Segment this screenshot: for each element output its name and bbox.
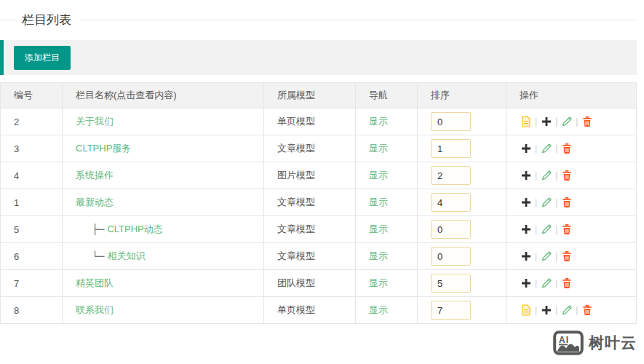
view-content-icon[interactable] [520, 304, 532, 317]
op-separator: | [535, 170, 537, 181]
nav-visibility-toggle[interactable]: 显示 [369, 116, 388, 127]
delete-icon[interactable] [581, 304, 593, 317]
operations: | | | [520, 197, 630, 209]
sort-input[interactable] [431, 166, 471, 185]
delete-icon[interactable] [560, 223, 573, 236]
row-nav-cell: 显示 [356, 162, 418, 189]
add-child-icon[interactable] [540, 116, 552, 128]
op-separator: | [555, 143, 557, 154]
add-column-button[interactable]: 添加栏目 [14, 46, 71, 70]
row-sort-cell [418, 189, 506, 216]
leaf-cloud-logo-icon: AI [553, 329, 584, 357]
edit-icon[interactable] [560, 116, 573, 128]
op-separator: | [535, 224, 537, 234]
operations: | | | [520, 170, 630, 182]
nav-visibility-toggle[interactable]: 显示 [369, 223, 388, 234]
row-name-cell: 关于我们 [63, 108, 264, 135]
delete-icon[interactable] [560, 143, 573, 155]
edit-icon[interactable] [540, 143, 552, 155]
sort-input[interactable] [431, 247, 471, 266]
table-row: 8 联系我们 单页模型 显示 | | [1, 297, 637, 324]
logo-ai-text: AI [559, 335, 569, 345]
row-ops-cell: | | | [506, 162, 637, 189]
delete-icon[interactable] [560, 197, 573, 209]
delete-icon[interactable] [560, 170, 573, 182]
view-content-icon[interactable] [520, 116, 532, 128]
op-separator: | [576, 305, 578, 315]
row-sort-cell [418, 216, 506, 243]
column-table: 编号 栏目名称(点击查看内容) 所属模型 导航 排序 操作 2 关于我们 单页模… [0, 82, 637, 324]
delete-icon[interactable] [560, 250, 573, 263]
sort-input[interactable] [431, 193, 471, 212]
nav-visibility-toggle[interactable]: 显示 [369, 143, 388, 154]
op-separator: | [535, 278, 537, 288]
delete-icon[interactable] [581, 116, 593, 128]
row-nav-cell: 显示 [356, 108, 418, 135]
nav-visibility-toggle[interactable]: 显示 [369, 250, 388, 261]
row-nav-cell: 显示 [356, 243, 418, 270]
row-ops-cell: | | | [506, 135, 637, 162]
row-model: 文章模型 [264, 189, 356, 216]
page-title: 栏目列表 [15, 12, 79, 28]
header-name: 栏目名称(点击查看内容) [63, 83, 264, 108]
column-name-link[interactable]: CLTPHP服务 [76, 143, 131, 154]
row-model: 单页模型 [264, 108, 356, 135]
table-row: 6 └─相关知识 文章模型 显示 | | [1, 243, 637, 270]
op-separator: | [555, 197, 557, 207]
header-sort: 排序 [418, 83, 506, 108]
row-model: 文章模型 [264, 243, 356, 270]
row-ops-cell: | | | [506, 189, 637, 216]
add-child-icon[interactable] [520, 197, 532, 209]
row-ops-cell: | | | [506, 297, 637, 324]
sort-input[interactable] [431, 220, 471, 239]
sort-input[interactable] [431, 139, 471, 158]
row-name-cell: CLTPHP服务 [63, 135, 264, 162]
column-name-link[interactable]: 精英团队 [76, 277, 114, 288]
row-nav-cell: 显示 [356, 270, 418, 297]
sort-input[interactable] [431, 274, 471, 293]
operations: | | | [520, 223, 630, 236]
row-nav-cell: 显示 [356, 297, 418, 324]
operations: | | | [520, 116, 630, 128]
add-child-icon[interactable] [520, 277, 532, 290]
row-id: 3 [1, 135, 63, 162]
column-name-link[interactable]: 系统操作 [76, 170, 114, 181]
add-child-icon[interactable] [520, 223, 532, 236]
edit-icon[interactable] [540, 197, 552, 209]
column-name-link[interactable]: 关于我们 [76, 116, 114, 127]
edit-icon[interactable] [540, 277, 552, 290]
column-name-link[interactable]: 最新动态 [76, 197, 114, 207]
nav-visibility-toggle[interactable]: 显示 [369, 304, 388, 315]
edit-icon[interactable] [540, 223, 552, 236]
row-ops-cell: | | | [506, 243, 637, 270]
op-separator: | [555, 224, 557, 234]
add-child-icon[interactable] [540, 304, 552, 317]
nav-visibility-toggle[interactable]: 显示 [369, 170, 388, 181]
table-row: 3 CLTPHP服务 文章模型 显示 | | [1, 135, 637, 162]
row-sort-cell [418, 243, 506, 270]
nav-visibility-toggle[interactable]: 显示 [369, 277, 388, 288]
sort-input[interactable] [431, 301, 471, 320]
sort-input[interactable] [431, 112, 471, 131]
column-name-link[interactable]: 联系我们 [76, 304, 114, 315]
row-id: 6 [1, 243, 63, 270]
edit-icon[interactable] [540, 250, 552, 263]
page-title-field: 栏目列表 [0, 12, 637, 28]
header-model: 所属模型 [264, 83, 356, 108]
row-id: 8 [1, 297, 63, 324]
watermark-brand: 树叶云 [589, 333, 637, 353]
edit-icon[interactable] [540, 170, 552, 182]
add-child-icon[interactable] [520, 170, 532, 182]
operations: | | | [520, 143, 630, 155]
row-nav-cell: 显示 [356, 216, 418, 243]
add-child-icon[interactable] [520, 143, 532, 155]
column-name-link[interactable]: 相关知识 [107, 250, 145, 261]
delete-icon[interactable] [560, 277, 573, 290]
nav-visibility-toggle[interactable]: 显示 [369, 197, 388, 207]
table-row: 2 关于我们 单页模型 显示 | | [1, 108, 637, 135]
row-sort-cell [418, 297, 506, 324]
op-separator: | [555, 278, 557, 288]
column-name-link[interactable]: CLTPHP动态 [107, 223, 162, 234]
add-child-icon[interactable] [520, 250, 532, 263]
edit-icon[interactable] [560, 304, 573, 317]
